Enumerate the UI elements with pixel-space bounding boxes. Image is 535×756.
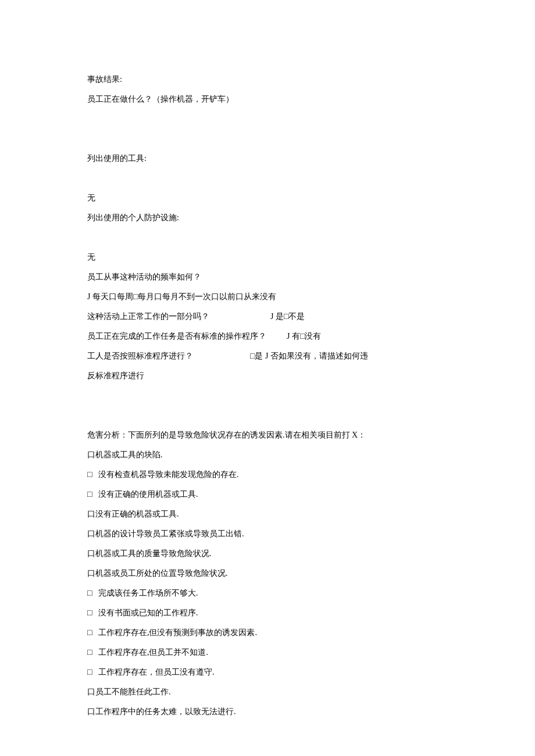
sop-label: 员工正在完成的工作任务是否有标准的操作程序？	[87, 332, 266, 341]
sop-row: 员工正在完成的工作任务是否有标准的操作程序？ J 有□没有	[87, 327, 448, 346]
followed-options[interactable]: □是 J 否如果没有，请描述如何违	[250, 352, 368, 360]
normal-work-options[interactable]: J 是□不是	[270, 312, 305, 321]
hazard-item-2[interactable]: □ 没有检查机器导致未能发现危险的存在.	[87, 465, 448, 485]
normal-work-row: 这种活动上正常工作的一部分吗？ J 是□不是	[87, 307, 448, 327]
followed-row: 工人是否按照标准程序进行？ □是 J 否如果没有，请描述如何违	[87, 346, 448, 366]
hazard-item-6[interactable]: 口机器或工具的质量导致危险状况.	[87, 544, 448, 564]
frequency-label: 员工从事这种活动的频率如何？	[87, 267, 448, 287]
hazard-item-7[interactable]: 口机器或员工所处的位置导致危险状况.	[87, 564, 448, 583]
hazard-item-3[interactable]: □ 没有正确的使用机器或工具.	[87, 485, 448, 504]
hazard-item-10[interactable]: □ 工作程序存在,但没有预测到事故的诱发因素.	[87, 623, 448, 643]
followed-cont: 反标准程序进行	[87, 366, 448, 386]
ppe-value: 无	[87, 248, 448, 267]
sop-options[interactable]: J 有□没有	[287, 332, 321, 341]
hazard-item-11[interactable]: □ 工作程序存在,但员工并不知道.	[87, 643, 448, 662]
hazard-item-13[interactable]: 口员工不能胜任此工作.	[87, 682, 448, 702]
tools-value: 无	[87, 188, 448, 208]
hazard-header: 危害分析：下面所列的是导致危险状况存在的诱发因素.请在相关项目前打 X：	[87, 425, 448, 445]
hazard-item-12[interactable]: □ 工作程序存在，但员工没有遵守.	[87, 662, 448, 682]
employee-doing-label: 员工正在做什么？（操作机器，开铲车）	[87, 89, 448, 109]
hazard-item-14[interactable]: 口工作程序中的任务太难，以致无法进行.	[87, 702, 448, 722]
tools-label: 列出使用的工具:	[87, 149, 448, 169]
hazard-item-8[interactable]: □ 完成该任务工作场所不够大.	[87, 583, 448, 603]
ppe-label: 列出使用的个人防护设施:	[87, 208, 448, 228]
followed-label: 工人是否按照标准程序进行？	[87, 352, 193, 360]
normal-work-label: 这种活动上正常工作的一部分吗？	[87, 312, 209, 321]
hazard-item-9[interactable]: □ 没有书面或已知的工作程序.	[87, 603, 448, 623]
frequency-options[interactable]: J 每天口每周□每月口每月不到一次口以前口从来没有	[87, 287, 448, 307]
hazard-item-1[interactable]: 口机器或工具的块陷.	[87, 445, 448, 465]
accident-result-label: 事故结果:	[87, 70, 448, 89]
document-page: 事故结果: 员工正在做什么？（操作机器，开铲车） 列出使用的工具: 无 列出使用…	[0, 0, 535, 756]
hazard-item-4[interactable]: 口没有正确的机器或工具.	[87, 504, 448, 524]
hazard-item-5[interactable]: 口机器的设计导致员工紧张或导致员工出错.	[87, 524, 448, 544]
